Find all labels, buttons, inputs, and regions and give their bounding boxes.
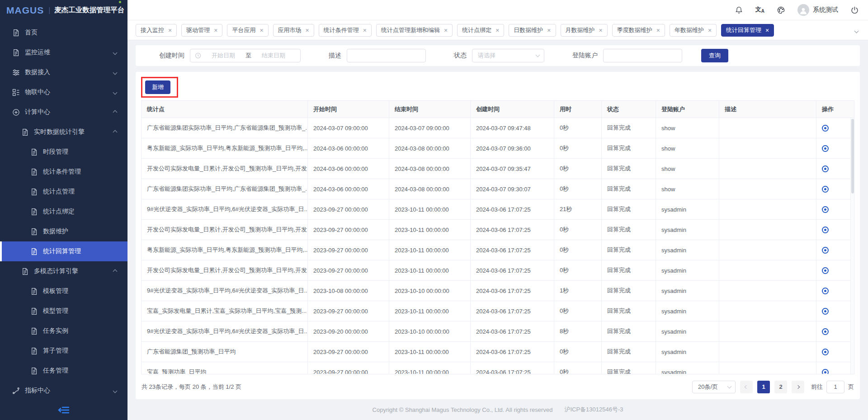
view-details-eye-icon[interactable] <box>822 186 829 193</box>
tab-8[interactable]: 月数据维护× <box>561 24 608 37</box>
table-scrollbar[interactable] <box>850 118 854 374</box>
cell-12-3: 2024-03-06 17:07:25 <box>471 362 554 374</box>
theme-palette-icon[interactable] <box>777 6 785 14</box>
sidebar-item-home[interactable]: 首页 <box>0 23 127 42</box>
tab-7[interactable]: 日数据维护× <box>509 24 556 37</box>
sidebar-item-period-mgmt[interactable]: 时段管理 <box>0 142 127 162</box>
view-details-eye-icon[interactable] <box>822 308 829 315</box>
view-details-eye-icon[interactable] <box>822 247 829 254</box>
pagination-bar: 共 23条记录，每页 20 条，当前 1/2 页 20条/页 12 前往 页 <box>141 374 854 399</box>
cell-12-7 <box>719 362 816 374</box>
search-button[interactable]: 查询 <box>701 49 728 62</box>
page-button-2[interactable]: 2 <box>774 381 787 393</box>
view-details-eye-icon[interactable] <box>822 369 829 374</box>
tabs-overflow-chevron-icon[interactable] <box>853 24 860 36</box>
create-time-range-picker[interactable]: 开始日期 至 结束日期 <box>190 49 301 62</box>
notification-bell-icon[interactable] <box>735 6 743 14</box>
cell-3-4: 0秒 <box>554 179 602 199</box>
view-details-eye-icon[interactable] <box>822 288 829 294</box>
tab-label: 统计点管理新增和编辑 <box>381 26 440 34</box>
sidebar-item-iot-center[interactable]: 物联中心 <box>0 82 127 102</box>
close-icon[interactable]: × <box>214 27 217 33</box>
login-account-input[interactable] <box>603 49 682 62</box>
close-icon[interactable]: × <box>495 27 499 33</box>
tab-4[interactable]: 统计条件管理× <box>319 24 372 37</box>
sidebar-item-task-instance[interactable]: 任务实例 <box>0 321 127 341</box>
sidebar-item-operator-mgmt[interactable]: 算子管理 <box>0 341 127 361</box>
record-summary: 共 23条记录，每页 20 条，当前 1/2 页 <box>142 383 241 391</box>
view-details-eye-icon[interactable] <box>822 125 829 132</box>
cell-11-actions <box>816 342 854 362</box>
status-select[interactable]: 请选择 <box>472 49 544 62</box>
view-details-eye-icon[interactable] <box>822 328 829 335</box>
cell-11-7 <box>719 342 816 362</box>
collapse-menu-icon[interactable] <box>58 406 70 415</box>
close-icon[interactable]: × <box>168 27 172 33</box>
tab-1[interactable]: 驱动管理× <box>181 24 222 37</box>
close-icon[interactable]: × <box>765 27 769 33</box>
scrollbar-thumb[interactable] <box>851 119 854 193</box>
sidebar-item-data-maintenance[interactable]: 数据维护 <box>0 222 127 241</box>
close-icon[interactable]: × <box>547 27 551 33</box>
prev-page-button[interactable] <box>740 381 753 393</box>
user-menu[interactable]: 系统测试 <box>797 4 838 16</box>
page-button-1[interactable]: 1 <box>757 381 770 393</box>
sidebar-item-stat-recalc-mgmt[interactable]: 统计回算管理 <box>0 241 127 261</box>
logout-power-icon[interactable] <box>850 6 859 14</box>
tab-9[interactable]: 季度数据维护× <box>612 24 665 37</box>
tab-6[interactable]: 统计点绑定× <box>457 24 504 37</box>
tab-5[interactable]: 统计点管理新增和编辑× <box>376 24 453 37</box>
cell-8-3: 2024-03-06 17:07:25 <box>471 281 554 301</box>
cell-10-1: 2023-09-20 00:00:00 <box>308 321 389 341</box>
view-details-eye-icon[interactable] <box>822 349 829 355</box>
page-size-select[interactable]: 20条/页 <box>692 381 736 393</box>
sidebar-item-task-mgmt[interactable]: 任务管理 <box>0 361 127 381</box>
close-icon[interactable]: × <box>599 27 603 33</box>
doc-icon <box>21 128 29 136</box>
view-details-eye-icon[interactable] <box>822 145 829 152</box>
tab-label: 季度数据维护 <box>617 26 652 34</box>
app-logo: MAGUS | 麦杰工业数据管理平台 <box>0 0 127 20</box>
tab-3[interactable]: 应用市场× <box>273 24 314 37</box>
close-icon[interactable]: × <box>708 27 712 33</box>
tab-0[interactable]: 接入监控× <box>136 24 177 37</box>
table-row-2: 开发公司实际发电量_日累计,开发公司_预测功率_日平均,开发...2024-03… <box>142 159 854 179</box>
language-translate-icon[interactable]: 文A <box>755 6 764 14</box>
sidebar-item-monitor-ops[interactable]: 监控运维 <box>0 42 127 62</box>
view-details-eye-icon[interactable] <box>822 267 829 274</box>
sidebar-item-data-access[interactable]: 数据接入 <box>0 62 127 82</box>
tab-2[interactable]: 平台应用× <box>227 24 268 37</box>
cell-0-2: 2024-03-07 09:00:00 <box>389 118 471 138</box>
sidebar-item-indicator-center[interactable]: 指标中心 <box>0 381 127 400</box>
sidebar-item-multimodal-engine[interactable]: 多模态计算引擎 <box>0 261 127 281</box>
view-details-eye-icon[interactable] <box>822 206 829 213</box>
sidebar-item-stat-point-bind[interactable]: 统计点绑定 <box>0 202 127 222</box>
end-date-placeholder: 结束日期 <box>251 52 296 60</box>
cell-0-5: 回算完成 <box>602 118 656 138</box>
close-icon[interactable]: × <box>259 27 263 33</box>
description-input[interactable] <box>347 49 426 62</box>
next-page-button[interactable] <box>792 381 804 393</box>
close-icon[interactable]: × <box>306 27 309 33</box>
tab-10[interactable]: 年数据维护× <box>670 24 717 37</box>
sidebar-item-model-mgmt[interactable]: 模型管理 <box>0 301 127 321</box>
column-header-7: 描述 <box>719 101 816 118</box>
sidebar-item-compute-center[interactable]: 计算中心 <box>0 102 127 122</box>
tab-11-active[interactable]: 统计回算管理× <box>721 24 774 37</box>
view-details-eye-icon[interactable] <box>822 227 829 233</box>
table-row-8: 9#光伏逆变器_实际功率_日平均,6#光伏逆变器_实际功率_日...2023-1… <box>142 281 854 301</box>
cell-4-3: 2024-03-06 17:07:25 <box>471 199 554 219</box>
sidebar-item-stat-point-mgmt[interactable]: 统计点管理 <box>0 182 127 202</box>
goto-page-input[interactable] <box>826 381 844 393</box>
page-content: 创建时间 开始日期 至 结束日期 描述 状态 请选择 登陆账户 查询 <box>127 40 868 420</box>
sidebar-item-template-mgmt[interactable]: 模板管理 <box>0 281 127 301</box>
close-icon[interactable]: × <box>444 27 448 33</box>
close-icon[interactable]: × <box>363 27 367 33</box>
sidebar-item-stat-condition[interactable]: 统计条件管理 <box>0 162 127 182</box>
cell-9-6: sysadmin <box>656 301 719 321</box>
sidebar-item-realtime-engine[interactable]: 实时数据统计引擎 <box>0 122 127 142</box>
view-details-eye-icon[interactable] <box>822 165 829 172</box>
close-icon[interactable]: × <box>656 27 660 33</box>
add-button[interactable]: 新增 <box>145 80 170 94</box>
table-row-1: 粤东新能源_实际功率_日平均,粤东新能源_预测功率_日平均,...2024-03… <box>142 138 854 159</box>
